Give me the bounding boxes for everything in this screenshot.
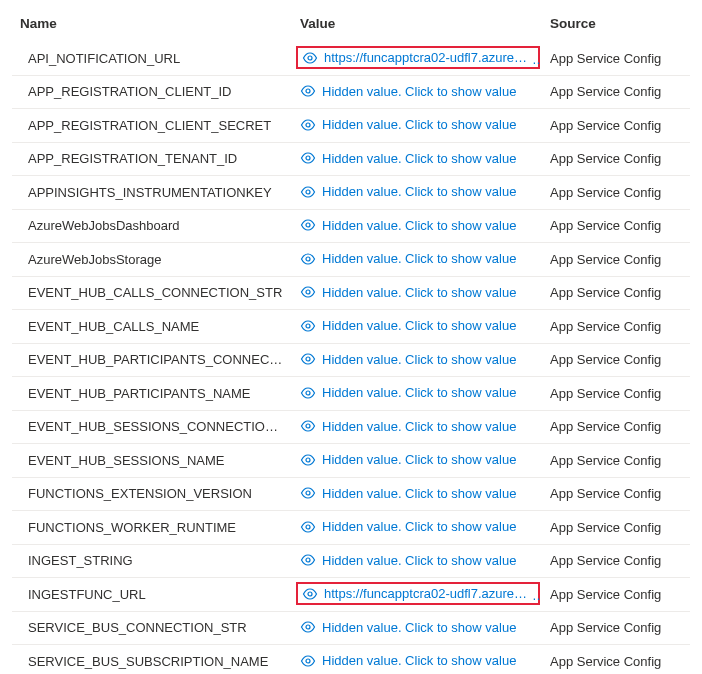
show-value-button[interactable]: Hidden value. Click to show value bbox=[300, 184, 516, 199]
svg-point-11 bbox=[306, 424, 310, 428]
setting-value-cell: Hidden value. Click to show value bbox=[292, 243, 542, 277]
setting-name[interactable]: APPINSIGHTS_INSTRUMENTATIONKEY bbox=[12, 176, 292, 210]
eye-icon bbox=[300, 620, 316, 634]
setting-name[interactable]: APP_REGISTRATION_TENANT_ID bbox=[12, 142, 292, 176]
value-text: Hidden value. Click to show value bbox=[322, 419, 516, 434]
svg-point-1 bbox=[306, 89, 310, 93]
svg-point-5 bbox=[306, 223, 310, 227]
value-text: Hidden value. Click to show value bbox=[322, 452, 516, 467]
value-text: Hidden value. Click to show value bbox=[322, 620, 516, 635]
table-row: EVENT_HUB_SESSIONS_CONNECTION_STRHidden … bbox=[12, 410, 690, 444]
setting-value-cell: Hidden value. Click to show value bbox=[292, 276, 542, 310]
setting-source: App Service Config bbox=[542, 75, 690, 109]
setting-name[interactable]: APP_REGISTRATION_CLIENT_SECRET bbox=[12, 109, 292, 143]
eye-icon bbox=[300, 151, 316, 165]
show-value-button[interactable]: Hidden value. Click to show value bbox=[300, 486, 516, 501]
table-row: INGESTFUNC_URLhttps://funcapptcra02-udfl… bbox=[12, 578, 690, 612]
show-value-button[interactable]: Hidden value. Click to show value bbox=[300, 285, 516, 300]
svg-point-6 bbox=[306, 257, 310, 261]
show-value-button[interactable]: Hidden value. Click to show value bbox=[300, 318, 516, 333]
show-value-button[interactable]: Hidden value. Click to show value bbox=[300, 385, 516, 400]
setting-name[interactable]: EVENT_HUB_PARTICIPANTS_NAME bbox=[12, 377, 292, 411]
eye-icon bbox=[300, 386, 316, 400]
show-value-button[interactable]: Hidden value. Click to show value bbox=[300, 620, 516, 635]
setting-name[interactable]: EVENT_HUB_SESSIONS_CONNECTION_STR bbox=[12, 410, 292, 444]
value-text: Hidden value. Click to show value bbox=[322, 184, 516, 199]
show-value-button[interactable]: Hidden value. Click to show value bbox=[300, 251, 516, 266]
table-row: EVENT_HUB_PARTICIPANTS_CONNECTION_STRHid… bbox=[12, 343, 690, 377]
svg-point-10 bbox=[306, 391, 310, 395]
setting-source: App Service Config bbox=[542, 511, 690, 545]
setting-source: App Service Config bbox=[542, 310, 690, 344]
table-header-row: Name Value Source bbox=[12, 10, 690, 42]
show-value-button[interactable]: Hidden value. Click to show value bbox=[300, 553, 516, 568]
setting-name[interactable]: SERVICE_BUS_SUBSCRIPTION_NAME bbox=[12, 645, 292, 675]
setting-name[interactable]: APP_REGISTRATION_CLIENT_ID bbox=[12, 75, 292, 109]
show-value-button[interactable]: Hidden value. Click to show value bbox=[300, 452, 516, 467]
setting-value-cell: Hidden value. Click to show value bbox=[292, 109, 542, 143]
value-text: Hidden value. Click to show value bbox=[322, 318, 516, 333]
eye-icon bbox=[300, 285, 316, 299]
setting-value-cell: https://funcapptcra02-udfl7.azurewebsit bbox=[292, 42, 542, 76]
svg-point-17 bbox=[306, 625, 310, 629]
svg-point-12 bbox=[306, 458, 310, 462]
setting-name[interactable]: INGESTFUNC_URL bbox=[12, 578, 292, 612]
setting-value[interactable]: https://funcapptcra02-udfl7.azurewebsit bbox=[296, 46, 540, 69]
setting-name[interactable]: SERVICE_BUS_CONNECTION_STR bbox=[12, 611, 292, 645]
eye-icon bbox=[300, 84, 316, 98]
column-header-name[interactable]: Name bbox=[12, 10, 292, 42]
svg-point-18 bbox=[306, 659, 310, 663]
setting-value-cell: Hidden value. Click to show value bbox=[292, 444, 542, 478]
show-value-button[interactable]: Hidden value. Click to show value bbox=[300, 419, 516, 434]
setting-source: App Service Config bbox=[542, 176, 690, 210]
eye-icon bbox=[300, 419, 316, 433]
setting-value-cell: Hidden value. Click to show value bbox=[292, 377, 542, 411]
eye-icon bbox=[302, 51, 318, 65]
setting-name[interactable]: FUNCTIONS_EXTENSION_VERSION bbox=[12, 477, 292, 511]
eye-icon bbox=[300, 118, 316, 132]
value-text: Hidden value. Click to show value bbox=[322, 251, 516, 266]
svg-point-7 bbox=[306, 290, 310, 294]
show-value-button[interactable]: Hidden value. Click to show value bbox=[300, 117, 516, 132]
show-value-button[interactable]: Hidden value. Click to show value bbox=[300, 653, 516, 668]
eye-icon bbox=[300, 553, 316, 567]
value-text: Hidden value. Click to show value bbox=[322, 385, 516, 400]
app-settings-table: Name Value Source API_NOTIFICATION_URLht… bbox=[12, 10, 690, 674]
setting-value-cell: Hidden value. Click to show value bbox=[292, 410, 542, 444]
table-row: API_NOTIFICATION_URLhttps://funcapptcra0… bbox=[12, 42, 690, 76]
setting-name[interactable]: EVENT_HUB_SESSIONS_NAME bbox=[12, 444, 292, 478]
setting-name[interactable]: EVENT_HUB_PARTICIPANTS_CONNECTION_STR bbox=[12, 343, 292, 377]
show-value-button[interactable]: Hidden value. Click to show value bbox=[300, 151, 516, 166]
eye-icon bbox=[300, 453, 316, 467]
svg-point-8 bbox=[306, 324, 310, 328]
setting-name[interactable]: API_NOTIFICATION_URL bbox=[12, 42, 292, 76]
show-value-button[interactable]: Hidden value. Click to show value bbox=[300, 352, 516, 367]
setting-source: App Service Config bbox=[542, 444, 690, 478]
table-row: INGEST_STRINGHidden value. Click to show… bbox=[12, 544, 690, 578]
value-text: Hidden value. Click to show value bbox=[322, 117, 516, 132]
svg-point-3 bbox=[306, 156, 310, 160]
table-row: APP_REGISTRATION_CLIENT_IDHidden value. … bbox=[12, 75, 690, 109]
setting-source: App Service Config bbox=[542, 410, 690, 444]
value-text: Hidden value. Click to show value bbox=[322, 519, 516, 534]
eye-icon bbox=[300, 520, 316, 534]
setting-name[interactable]: INGEST_STRING bbox=[12, 544, 292, 578]
setting-value[interactable]: https://funcapptcra02-udfl7.azurewebsit bbox=[296, 582, 540, 605]
setting-name[interactable]: EVENT_HUB_CALLS_NAME bbox=[12, 310, 292, 344]
setting-source: App Service Config bbox=[542, 209, 690, 243]
column-header-value[interactable]: Value bbox=[292, 10, 542, 42]
show-value-button[interactable]: Hidden value. Click to show value bbox=[300, 84, 516, 99]
column-header-source[interactable]: Source bbox=[542, 10, 690, 42]
setting-source: App Service Config bbox=[542, 243, 690, 277]
setting-value-cell: Hidden value. Click to show value bbox=[292, 645, 542, 675]
setting-name[interactable]: AzureWebJobsDashboard bbox=[12, 209, 292, 243]
eye-icon bbox=[300, 185, 316, 199]
table-row: FUNCTIONS_EXTENSION_VERSIONHidden value.… bbox=[12, 477, 690, 511]
show-value-button[interactable]: Hidden value. Click to show value bbox=[300, 218, 516, 233]
setting-name[interactable]: FUNCTIONS_WORKER_RUNTIME bbox=[12, 511, 292, 545]
table-row: EVENT_HUB_PARTICIPANTS_NAMEHidden value.… bbox=[12, 377, 690, 411]
setting-name[interactable]: EVENT_HUB_CALLS_CONNECTION_STR bbox=[12, 276, 292, 310]
setting-source: App Service Config bbox=[542, 42, 690, 76]
setting-name[interactable]: AzureWebJobsStorage bbox=[12, 243, 292, 277]
show-value-button[interactable]: Hidden value. Click to show value bbox=[300, 519, 516, 534]
